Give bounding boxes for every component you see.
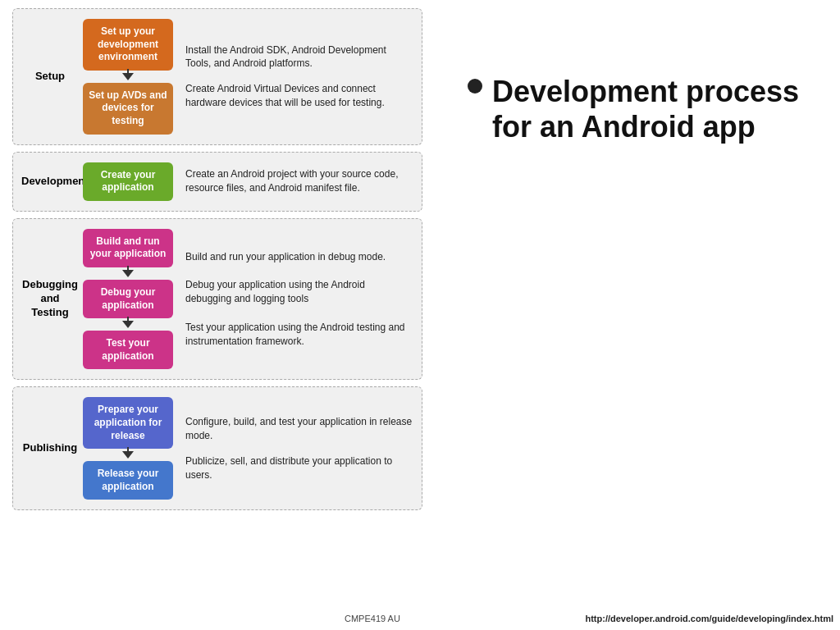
debugging-steps: Build and run your application Debug you… (79, 229, 177, 370)
setup-label: Setup (21, 70, 79, 84)
debugging-desc-1: Build and run your application in debug … (185, 250, 413, 264)
release-app-btn[interactable]: Release your application (83, 461, 173, 500)
debugging-label: Debugging and Testing (21, 278, 79, 320)
debugging-desc-3: Test your application using the Android … (185, 321, 413, 349)
publishing-desc-2: Publicize, sell, and distribute your app… (185, 454, 413, 482)
debugging-descriptions: Build and run your application in debug … (177, 250, 413, 349)
bullet-dot (468, 79, 482, 94)
publishing-descriptions: Configure, build, and test your applicat… (177, 415, 413, 482)
setup-section: Setup Set up your development environmen… (12, 8, 422, 145)
build-run-btn[interactable]: Build and run your application (83, 229, 173, 267)
setup-steps: Set up your development environment Set … (79, 19, 177, 135)
development-descriptions: Create an Android project with your sour… (177, 167, 413, 195)
arrow-debug-1 (122, 270, 134, 277)
setup-desc-2: Create Android Virtual Devices and conne… (185, 82, 413, 110)
development-section: Development Create your application Crea… (12, 152, 422, 212)
arrow-setup (122, 73, 134, 80)
debugging-desc-2: Debug your application using the Android… (185, 278, 413, 306)
page-title: Development process for an Android app (492, 74, 807, 144)
setup-desc-1: Install the Android SDK, Android Develop… (185, 43, 413, 71)
setup-avd-btn[interactable]: Set up AVDs and devices for testing (83, 83, 173, 135)
debug-app-btn[interactable]: Debug your application (83, 280, 173, 318)
publishing-label: Publishing (21, 441, 79, 455)
publishing-section: Publishing Prepare your application for … (12, 386, 422, 510)
footer-url[interactable]: http://developer.android.com/guide/devel… (585, 614, 833, 623)
right-panel: Development process for an Android app (435, 0, 840, 630)
arrow-debug-2 (122, 321, 134, 328)
title-section: Development process for an Android app (468, 74, 807, 144)
footer-course: CMPE419 AU (345, 614, 400, 623)
create-app-btn[interactable]: Create your application (83, 162, 173, 201)
setup-env-btn[interactable]: Set up your development environment (83, 19, 173, 71)
debugging-section: Debugging and Testing Build and run your… (12, 218, 422, 381)
development-desc-1: Create an Android project with your sour… (185, 167, 413, 195)
setup-descriptions: Install the Android SDK, Android Develop… (177, 43, 413, 110)
development-label: Development (21, 175, 79, 189)
publishing-steps: Prepare your application for release Rel… (79, 397, 177, 500)
left-panel: Setup Set up your development environmen… (0, 0, 435, 630)
development-steps: Create your application (79, 162, 177, 201)
publishing-desc-1: Configure, build, and test your applicat… (185, 415, 413, 443)
arrow-publish (122, 451, 134, 459)
prepare-release-btn[interactable]: Prepare your application for release (83, 397, 173, 449)
test-app-btn[interactable]: Test your application (83, 331, 173, 369)
